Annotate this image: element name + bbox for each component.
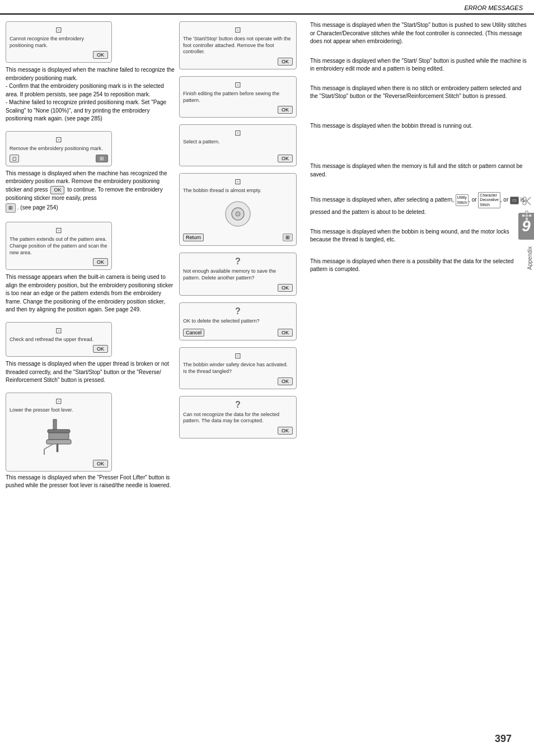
- screen-bobbin-empty: ⊡ The bobbin thread is almost empty. Ret…: [179, 173, 297, 246]
- desc-lower-presser: This message is displayed when the "Pres…: [6, 474, 175, 490]
- ok-button-r7[interactable]: OK: [278, 377, 293, 385]
- screen-text-4: Check and rethread the upper thread.: [10, 337, 108, 343]
- screen-text-3: The pattern extends out of the pattern a…: [10, 236, 108, 256]
- screen-icon-1: ⊡: [10, 25, 108, 34]
- screen-pattern-extends: ⊡ The pattern extends out of the pattern…: [6, 222, 112, 270]
- svg-point-9: [236, 212, 240, 216]
- svg-rect-3: [46, 440, 71, 444]
- screen-text-r2: Finish editing the pattern before sewing…: [183, 91, 293, 104]
- screen-text-2: Remove the embroidery positioning mark.: [10, 146, 108, 152]
- screen-icon-r3: ⊡: [183, 128, 293, 137]
- block-lower-presser: ⊡ Lower the presser foot lever.: [6, 393, 175, 490]
- desc-ok-delete: This message is displayed when, after se…: [310, 192, 528, 217]
- page-number: 397: [495, 733, 512, 745]
- screen-select-pattern: ⊡ Select a pattern. OK: [179, 124, 297, 166]
- svg-rect-1: [48, 430, 70, 433]
- folder-icon-r6: ▭: [510, 197, 519, 204]
- block-embroidery-pos-mark: ⊡ Cannot recognize the embroidery positi…: [6, 21, 175, 123]
- screen-icon-4: ⊡: [10, 326, 108, 335]
- inline-ok-label: OK: [50, 186, 64, 194]
- screen-check-rethread: ⊡ Check and rethread the upper thread. O…: [6, 322, 112, 357]
- screen-icon-r6: ?: [183, 306, 293, 316]
- screen-icon-r1: ⊡: [183, 25, 293, 34]
- screen-start-stop-foot: ⊡ The 'Start/Stop' button does not opera…: [179, 21, 297, 69]
- svg-rect-0: [53, 419, 57, 431]
- far-right-column: This message is displayed when the "Star…: [308, 21, 528, 498]
- ok-button-r8[interactable]: OK: [278, 427, 293, 435]
- screen-icon-r7: ⊡: [183, 351, 293, 360]
- presser-foot-illustration: [10, 417, 108, 456]
- screen-text-1: Cannot recognize the embroidery position…: [10, 36, 108, 49]
- screen-icon-5: ⊡: [10, 396, 108, 405]
- screen-text-r6: OK to delete the selected pattern?: [183, 318, 293, 325]
- screen-lower-presser: ⊡ Lower the presser foot lever.: [6, 393, 112, 472]
- char-deco-label: CharacterDecorativeStitch: [478, 192, 500, 208]
- svg-line-12: [526, 200, 531, 205]
- screen-text-r1: The 'Start/Stop' button does not operate…: [183, 36, 293, 55]
- desc-check-rethread: This message is displayed when the upper…: [6, 360, 175, 385]
- desc-finish-editing: This message is displayed when the "Star…: [310, 57, 528, 73]
- appendix-label: Appendix: [527, 246, 533, 270]
- page-header: ERROR MESSAGES: [0, 0, 534, 15]
- svg-point-15: [526, 211, 528, 214]
- screen-bobbin-winder: ⊡ The bobbin winder safety device has ac…: [179, 347, 297, 389]
- svg-point-14: [525, 214, 528, 217]
- desc-not-enough-memory: This message is displayed when the memor…: [310, 162, 528, 179]
- ok-button-r6[interactable]: OK: [278, 329, 293, 337]
- utility-stitch-label: UtilityStitch: [456, 194, 469, 206]
- cancel-button-r6[interactable]: Cancel: [183, 329, 204, 337]
- svg-rect-2: [49, 433, 69, 440]
- header-title: ERROR MESSAGES: [464, 4, 523, 11]
- screen-icon-r8: ?: [183, 400, 293, 410]
- block-remove-pos-mark: ⊡ Remove the embroidery positioning mark…: [6, 131, 175, 214]
- screen-icon-3: ⊡: [10, 226, 108, 235]
- ok-button-r1[interactable]: OK: [278, 58, 293, 66]
- screen-not-enough-memory: ? Not enough available memory to save th…: [179, 253, 297, 295]
- svg-line-5: [44, 444, 53, 449]
- screen-icon-r4: ⊡: [183, 177, 293, 186]
- screen-remove-pos-mark: ⊡ Remove the embroidery positioning mark…: [6, 131, 112, 166]
- desc-remove-pos-mark: This message is displayed when the machi…: [6, 170, 175, 214]
- ok-button-r5[interactable]: OK: [278, 284, 293, 292]
- desc-select-pattern: This message is displayed when there is …: [310, 85, 528, 101]
- ok-button-4[interactable]: OK: [93, 345, 108, 353]
- screen-cannot-recognize-data: ? Can not recognize the data for the sel…: [179, 396, 297, 438]
- left-column: ⊡ Cannot recognize the embroidery positi…: [6, 21, 179, 498]
- scissors-icon: [522, 196, 532, 206]
- reposition-icon-r4: ⊞: [283, 234, 293, 241]
- desc-start-stop-foot: This message is displayed when the "Star…: [310, 21, 528, 46]
- screen-text-r5: Not enough available memory to save the …: [183, 268, 293, 281]
- ok-button-1[interactable]: OK: [93, 51, 108, 59]
- svg-line-13: [526, 197, 531, 202]
- screen-text-r3: Select a pattern.: [183, 139, 293, 146]
- desc-cannot-recognize-data: This message is displayed when there is …: [310, 258, 528, 274]
- desc-pattern-extends: This message appears when the built-in c…: [6, 273, 175, 314]
- screen-text-r8: Can not recognize the data for the selec…: [183, 412, 293, 424]
- ok-button-r3[interactable]: OK: [278, 155, 293, 162]
- reposition-icon: ⊞: [6, 203, 16, 213]
- screen-icon-r2: ⊡: [183, 80, 293, 89]
- screen-text-5: Lower the presser foot lever.: [10, 407, 108, 414]
- block-pattern-extends: ⊡ The pattern extends out of the pattern…: [6, 222, 175, 314]
- return-button-r4[interactable]: Return: [183, 234, 204, 241]
- ok-button-3[interactable]: OK: [93, 258, 108, 266]
- bobbin-svg: [224, 200, 252, 228]
- ok-button-2[interactable]: ⊞: [96, 155, 108, 162]
- screen-text-r4: The bobbin thread is almost empty.: [183, 188, 293, 194]
- svg-point-16: [526, 217, 528, 221]
- screen-icon-r5: ?: [183, 256, 293, 267]
- cancel-button-2[interactable]: ◻: [10, 155, 19, 162]
- screen-icon-2: ⊡: [10, 135, 108, 144]
- side-icons: [522, 196, 532, 221]
- desc-bobbin-winder: This message is displayed when the bobbi…: [310, 228, 528, 244]
- ok-button-r2[interactable]: OK: [278, 106, 293, 114]
- desc-embroidery-pos-mark: This message is displayed when the machi…: [6, 66, 175, 123]
- desc-bobbin-empty: This message is displayed when the bobbi…: [310, 122, 528, 130]
- svg-point-17: [522, 214, 525, 217]
- block-check-rethread: ⊡ Check and rethread the upper thread. O…: [6, 322, 175, 385]
- screen-embroidery-pos-mark: ⊡ Cannot recognize the embroidery positi…: [6, 21, 112, 63]
- ok-button-5[interactable]: OK: [93, 460, 108, 468]
- flower-icon: [522, 211, 532, 221]
- svg-rect-4: [57, 444, 58, 452]
- svg-point-18: [528, 214, 532, 217]
